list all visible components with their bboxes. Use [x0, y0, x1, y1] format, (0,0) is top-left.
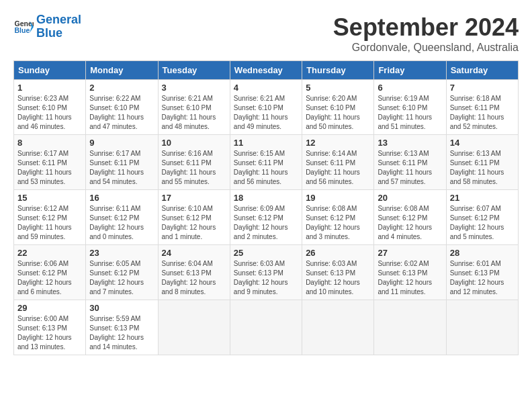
calendar-cell: 22Sunrise: 6:06 AMSunset: 6:12 PMDayligh…	[14, 245, 86, 300]
calendar-cell: 3Sunrise: 6:21 AMSunset: 6:10 PMDaylight…	[158, 80, 230, 135]
calendar-cell: 2Sunrise: 6:22 AMSunset: 6:10 PMDaylight…	[86, 80, 158, 135]
day-info: Sunrise: 6:18 AMSunset: 6:11 PMDaylight:…	[450, 94, 515, 132]
calendar-cell: 8Sunrise: 6:17 AMSunset: 6:11 PMDaylight…	[14, 135, 86, 190]
day-number: 23	[89, 248, 154, 258]
day-info: Sunrise: 6:20 AMSunset: 6:10 PMDaylight:…	[306, 94, 370, 132]
logo: General Blue General Blue	[13, 13, 81, 40]
logo-text-line1: General	[36, 13, 81, 27]
day-number: 12	[306, 138, 370, 148]
calendar-cell: 11Sunrise: 6:15 AMSunset: 6:11 PMDayligh…	[230, 135, 302, 190]
day-number: 13	[378, 138, 442, 148]
day-info: Sunrise: 6:08 AMSunset: 6:12 PMDaylight:…	[378, 204, 442, 242]
day-info: Sunrise: 6:06 AMSunset: 6:12 PMDaylight:…	[17, 259, 82, 297]
day-number: 27	[378, 248, 442, 258]
title-section: September 2024 Gordonvale, Queensland, A…	[333, 13, 519, 54]
day-number: 16	[89, 193, 154, 203]
weekday-header-row: SundayMondayTuesdayWednesdayThursdayFrid…	[14, 61, 519, 80]
day-info: Sunrise: 5:59 AMSunset: 6:13 PMDaylight:…	[89, 314, 154, 352]
day-info: Sunrise: 6:11 AMSunset: 6:12 PMDaylight:…	[89, 204, 154, 242]
day-number: 24	[162, 248, 226, 258]
day-number: 8	[17, 138, 82, 148]
weekday-header: Tuesday	[158, 61, 230, 80]
day-info: Sunrise: 6:09 AMSunset: 6:12 PMDaylight:…	[234, 204, 298, 242]
day-number: 28	[450, 248, 515, 258]
day-info: Sunrise: 6:22 AMSunset: 6:10 PMDaylight:…	[89, 94, 154, 132]
calendar-cell: 27Sunrise: 6:02 AMSunset: 6:13 PMDayligh…	[374, 245, 446, 300]
weekday-header: Friday	[374, 61, 446, 80]
day-info: Sunrise: 6:13 AMSunset: 6:11 PMDaylight:…	[450, 149, 515, 187]
day-number: 5	[306, 83, 370, 93]
calendar-cell	[158, 300, 230, 355]
day-info: Sunrise: 6:02 AMSunset: 6:13 PMDaylight:…	[378, 259, 442, 297]
calendar-cell: 23Sunrise: 6:05 AMSunset: 6:12 PMDayligh…	[86, 245, 158, 300]
calendar-table: SundayMondayTuesdayWednesdayThursdayFrid…	[13, 60, 519, 355]
weekday-header: Monday	[86, 61, 158, 80]
calendar-cell: 14Sunrise: 6:13 AMSunset: 6:11 PMDayligh…	[446, 135, 518, 190]
logo-text-line2: Blue	[36, 27, 81, 40]
day-number: 9	[89, 138, 154, 148]
calendar-cell: 20Sunrise: 6:08 AMSunset: 6:12 PMDayligh…	[374, 190, 446, 245]
day-number: 22	[17, 248, 82, 258]
day-info: Sunrise: 6:23 AMSunset: 6:10 PMDaylight:…	[17, 94, 82, 132]
day-info: Sunrise: 6:19 AMSunset: 6:10 PMDaylight:…	[378, 94, 442, 132]
day-info: Sunrise: 6:15 AMSunset: 6:11 PMDaylight:…	[234, 149, 298, 187]
day-number: 29	[17, 303, 82, 313]
day-number: 6	[378, 83, 442, 93]
day-info: Sunrise: 6:08 AMSunset: 6:12 PMDaylight:…	[306, 204, 370, 242]
day-number: 10	[162, 138, 226, 148]
calendar-cell: 6Sunrise: 6:19 AMSunset: 6:10 PMDaylight…	[374, 80, 446, 135]
day-info: Sunrise: 6:01 AMSunset: 6:13 PMDaylight:…	[450, 259, 515, 297]
calendar-cell: 30Sunrise: 5:59 AMSunset: 6:13 PMDayligh…	[86, 300, 158, 355]
day-info: Sunrise: 6:03 AMSunset: 6:13 PMDaylight:…	[234, 259, 298, 297]
day-number: 20	[378, 193, 442, 203]
day-info: Sunrise: 6:17 AMSunset: 6:11 PMDaylight:…	[89, 149, 154, 187]
day-number: 19	[306, 193, 370, 203]
weekday-header: Sunday	[14, 61, 86, 80]
calendar-cell: 26Sunrise: 6:03 AMSunset: 6:13 PMDayligh…	[302, 245, 374, 300]
day-info: Sunrise: 6:13 AMSunset: 6:11 PMDaylight:…	[378, 149, 442, 187]
day-number: 17	[162, 193, 226, 203]
day-number: 30	[89, 303, 154, 313]
calendar-cell	[302, 300, 374, 355]
weekday-header: Wednesday	[230, 61, 302, 80]
calendar-cell: 5Sunrise: 6:20 AMSunset: 6:10 PMDaylight…	[302, 80, 374, 135]
day-info: Sunrise: 6:21 AMSunset: 6:10 PMDaylight:…	[234, 94, 298, 132]
page-header: General Blue General Blue September 2024…	[13, 13, 519, 58]
svg-text:Blue: Blue	[15, 26, 30, 34]
calendar-cell: 19Sunrise: 6:08 AMSunset: 6:12 PMDayligh…	[302, 190, 374, 245]
day-number: 4	[234, 83, 298, 93]
day-info: Sunrise: 6:10 AMSunset: 6:12 PMDaylight:…	[162, 204, 226, 242]
day-number: 3	[162, 83, 226, 93]
calendar-cell	[374, 300, 446, 355]
calendar-cell: 29Sunrise: 6:00 AMSunset: 6:13 PMDayligh…	[14, 300, 86, 355]
logo-icon: General Blue	[13, 17, 34, 37]
day-info: Sunrise: 6:21 AMSunset: 6:10 PMDaylight:…	[162, 94, 226, 132]
calendar-cell	[446, 300, 518, 355]
day-number: 21	[450, 193, 515, 203]
calendar-header: SundayMondayTuesdayWednesdayThursdayFrid…	[14, 61, 519, 80]
calendar-cell: 12Sunrise: 6:14 AMSunset: 6:11 PMDayligh…	[302, 135, 374, 190]
calendar-cell: 10Sunrise: 6:16 AMSunset: 6:11 PMDayligh…	[158, 135, 230, 190]
calendar-cell: 18Sunrise: 6:09 AMSunset: 6:12 PMDayligh…	[230, 190, 302, 245]
calendar-cell	[230, 300, 302, 355]
calendar-cell: 16Sunrise: 6:11 AMSunset: 6:12 PMDayligh…	[86, 190, 158, 245]
calendar-cell: 25Sunrise: 6:03 AMSunset: 6:13 PMDayligh…	[230, 245, 302, 300]
day-number: 25	[234, 248, 298, 258]
day-info: Sunrise: 6:12 AMSunset: 6:12 PMDaylight:…	[17, 204, 82, 242]
day-info: Sunrise: 6:16 AMSunset: 6:11 PMDaylight:…	[162, 149, 226, 187]
calendar-cell: 7Sunrise: 6:18 AMSunset: 6:11 PMDaylight…	[446, 80, 518, 135]
day-number: 18	[234, 193, 298, 203]
day-number: 11	[234, 138, 298, 148]
calendar-cell: 28Sunrise: 6:01 AMSunset: 6:13 PMDayligh…	[446, 245, 518, 300]
weekday-header: Saturday	[446, 61, 518, 80]
day-info: Sunrise: 6:17 AMSunset: 6:11 PMDaylight:…	[17, 149, 82, 187]
day-info: Sunrise: 6:00 AMSunset: 6:13 PMDaylight:…	[17, 314, 82, 352]
calendar-cell: 9Sunrise: 6:17 AMSunset: 6:11 PMDaylight…	[86, 135, 158, 190]
day-number: 26	[306, 248, 370, 258]
month-title: September 2024	[333, 13, 519, 42]
day-info: Sunrise: 6:14 AMSunset: 6:11 PMDaylight:…	[306, 149, 370, 187]
day-number: 7	[450, 83, 515, 93]
calendar-cell: 4Sunrise: 6:21 AMSunset: 6:10 PMDaylight…	[230, 80, 302, 135]
day-info: Sunrise: 6:03 AMSunset: 6:13 PMDaylight:…	[306, 259, 370, 297]
calendar-cell: 17Sunrise: 6:10 AMSunset: 6:12 PMDayligh…	[158, 190, 230, 245]
